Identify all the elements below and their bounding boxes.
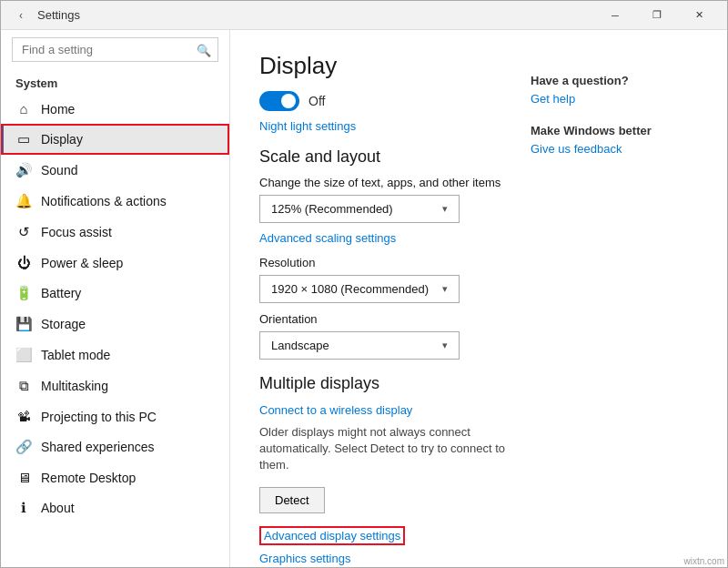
window-controls: ─ ❐ ✕ bbox=[594, 1, 720, 30]
restore-button[interactable]: ❐ bbox=[636, 1, 678, 30]
close-button[interactable]: ✕ bbox=[678, 1, 720, 30]
scale-section-title: Scale and layout bbox=[259, 147, 516, 167]
get-help-link[interactable]: Get help bbox=[531, 92, 575, 106]
remote-icon: 🖥 bbox=[15, 470, 32, 485]
back-button[interactable]: ‹ bbox=[8, 3, 34, 28]
main-content: 🔍 System ⌂ Home ▭ Display 🔊 Sound 🔔 bbox=[1, 30, 727, 567]
focus-icon: ↺ bbox=[15, 224, 32, 240]
question-title: Have a question? bbox=[531, 74, 683, 87]
sidebar-item-label: Multitasking bbox=[41, 379, 108, 393]
sidebar-item-label: Shared experiences bbox=[41, 440, 155, 454]
sidebar-item-label: About bbox=[41, 501, 75, 515]
window-title: Settings bbox=[37, 8, 594, 22]
sidebar-item-label: Home bbox=[41, 102, 75, 117]
search-icon: 🔍 bbox=[197, 43, 211, 56]
sidebar-item-notifications[interactable]: 🔔 Notifications & actions bbox=[1, 186, 229, 217]
sidebar-item-battery[interactable]: 🔋 Battery bbox=[1, 278, 229, 309]
resolution-value: 1920 × 1080 (Recommended) bbox=[271, 282, 429, 296]
orientation-dropdown[interactable]: Landscape ▾ bbox=[259, 331, 460, 360]
title-bar: ‹ Settings ─ ❐ ✕ bbox=[1, 1, 727, 30]
sidebar-item-label: Remote Desktop bbox=[41, 471, 136, 485]
minimize-button[interactable]: ─ bbox=[594, 1, 636, 30]
sidebar-item-label: Focus assist bbox=[41, 225, 112, 239]
night-light-toggle[interactable] bbox=[259, 91, 299, 111]
advanced-scaling-link[interactable]: Advanced scaling settings bbox=[259, 231, 396, 245]
advanced-display-settings-link[interactable]: Advanced display settings bbox=[259, 526, 405, 545]
sidebar-item-multitasking[interactable]: ⧉ Multitasking bbox=[1, 370, 229, 401]
scale-dropdown[interactable]: 125% (Recommended) ▾ bbox=[259, 195, 460, 223]
battery-icon: 🔋 bbox=[15, 285, 32, 301]
multitasking-icon: ⧉ bbox=[15, 378, 32, 394]
sidebar-item-display[interactable]: ▭ Display bbox=[1, 124, 229, 155]
content-area: Display Off Night light settings Scale a… bbox=[230, 30, 727, 567]
top-main: Display Off Night light settings Scale a… bbox=[259, 52, 516, 565]
detect-button[interactable]: Detect bbox=[259, 487, 325, 513]
sidebar-item-focus[interactable]: ↺ Focus assist bbox=[1, 217, 229, 248]
resolution-dropdown[interactable]: 1920 × 1080 (Recommended) ▾ bbox=[259, 275, 460, 303]
top-section: Display Off Night light settings Scale a… bbox=[259, 52, 698, 565]
home-icon: ⌂ bbox=[15, 101, 32, 117]
night-light-toggle-row: Off bbox=[259, 91, 516, 111]
sidebar-item-projecting[interactable]: 📽 Projecting to this PC bbox=[1, 401, 229, 431]
shared-icon: 🔗 bbox=[15, 439, 32, 455]
watermark: wixtn.com bbox=[684, 556, 724, 566]
sidebar-item-about[interactable]: ℹ About bbox=[1, 492, 229, 523]
improve-title: Make Windows better bbox=[531, 124, 683, 137]
sidebar-item-storage[interactable]: 💾 Storage bbox=[1, 309, 229, 340]
chevron-down-icon: ▾ bbox=[442, 283, 448, 295]
sidebar-item-home[interactable]: ⌂ Home bbox=[1, 94, 229, 124]
orientation-label: Orientation bbox=[259, 312, 516, 326]
chevron-down-icon: ▾ bbox=[442, 340, 448, 351]
connect-wireless-link[interactable]: Connect to a wireless display bbox=[259, 403, 412, 417]
sound-icon: 🔊 bbox=[15, 162, 32, 178]
right-panel: Have a question? Get help Make Windows b… bbox=[516, 52, 698, 565]
feedback-link[interactable]: Give us feedback bbox=[531, 142, 622, 156]
resolution-label: Resolution bbox=[259, 256, 516, 269]
sidebar-item-label: Battery bbox=[41, 286, 81, 300]
sidebar-item-label: Display bbox=[41, 132, 83, 147]
sidebar-item-remote[interactable]: 🖥 Remote Desktop bbox=[1, 462, 229, 492]
sidebar-item-tablet[interactable]: ⬜ Tablet mode bbox=[1, 340, 229, 370]
orientation-value: Landscape bbox=[271, 339, 329, 352]
notifications-icon: 🔔 bbox=[15, 193, 32, 209]
sidebar-item-label: Tablet mode bbox=[41, 348, 110, 362]
search-input[interactable] bbox=[12, 37, 218, 62]
projecting-icon: 📽 bbox=[15, 409, 32, 424]
display-icon: ▭ bbox=[15, 131, 32, 147]
help-section: Have a question? Get help bbox=[531, 74, 683, 106]
sidebar-item-shared[interactable]: 🔗 Shared experiences bbox=[1, 431, 229, 462]
sidebar-item-label: Sound bbox=[41, 163, 77, 178]
toggle-label: Off bbox=[308, 94, 325, 108]
search-wrap: 🔍 bbox=[12, 37, 218, 62]
sidebar-item-sound[interactable]: 🔊 Sound bbox=[1, 155, 229, 186]
search-area: 🔍 bbox=[1, 30, 229, 69]
scale-field-label: Change the size of text, apps, and other… bbox=[259, 176, 516, 189]
about-icon: ℹ bbox=[15, 500, 32, 516]
sidebar-item-label: Storage bbox=[41, 317, 86, 331]
power-icon: ⏻ bbox=[15, 255, 32, 270]
multiple-displays-title: Multiple displays bbox=[259, 374, 516, 393]
detect-description: Older displays might not always connect … bbox=[259, 424, 516, 474]
toggle-thumb bbox=[281, 94, 296, 108]
settings-window: ‹ Settings ─ ❐ ✕ 🔍 System ⌂ Home bbox=[0, 0, 728, 568]
storage-icon: 💾 bbox=[15, 316, 32, 332]
tablet-icon: ⬜ bbox=[15, 347, 32, 363]
sidebar-item-label: Notifications & actions bbox=[41, 194, 167, 208]
sidebar: 🔍 System ⌂ Home ▭ Display 🔊 Sound 🔔 bbox=[1, 30, 230, 567]
sidebar-item-label: Projecting to this PC bbox=[41, 410, 157, 424]
page-title: Display bbox=[259, 52, 516, 80]
feedback-section: Make Windows better Give us feedback bbox=[531, 124, 683, 156]
scale-value: 125% (Recommended) bbox=[271, 202, 393, 216]
night-light-settings-link[interactable]: Night light settings bbox=[259, 119, 356, 133]
graphics-settings-link[interactable]: Graphics settings bbox=[259, 552, 350, 565]
sidebar-section-title: System bbox=[1, 69, 229, 94]
sidebar-item-power[interactable]: ⏻ Power & sleep bbox=[1, 248, 229, 278]
chevron-down-icon: ▾ bbox=[442, 203, 448, 215]
sidebar-item-label: Power & sleep bbox=[41, 256, 123, 270]
